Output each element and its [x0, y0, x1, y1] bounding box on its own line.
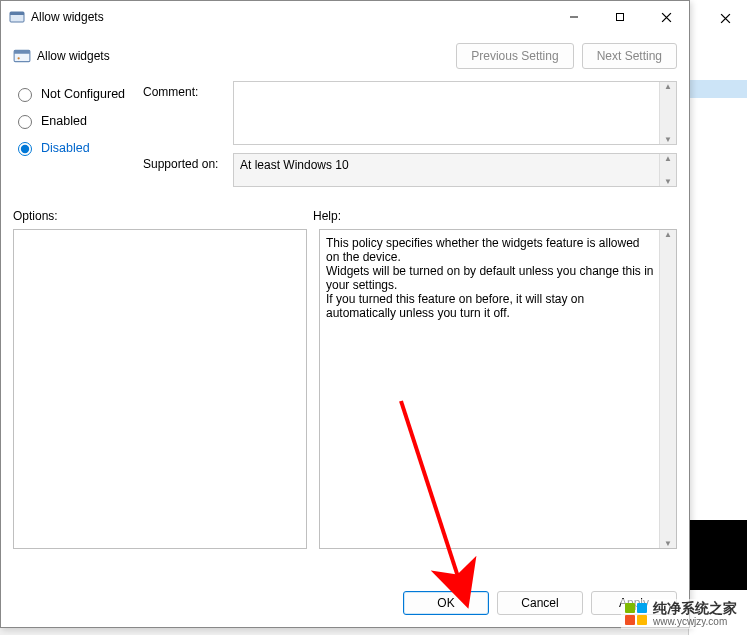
supported-value: At least Windows 10 [240, 158, 349, 172]
radio-not-configured-label: Not Configured [41, 87, 125, 101]
radio-not-configured[interactable]: Not Configured [13, 85, 143, 102]
app-icon [9, 9, 25, 25]
background-close-icon[interactable] [715, 8, 735, 28]
policy-dialog: Allow widgets Allow widgets Previous Set… [0, 0, 690, 628]
radio-disabled-label: Disabled [41, 141, 90, 155]
scroll-down-icon[interactable]: ▼ [664, 539, 672, 548]
svg-point-5 [18, 57, 20, 59]
radio-enabled-input[interactable] [18, 115, 32, 129]
help-text: This policy specifies whether the widget… [326, 236, 656, 320]
maximize-button[interactable] [597, 1, 643, 33]
svg-rect-1 [10, 12, 24, 15]
comment-label: Comment: [143, 81, 233, 145]
minimize-button[interactable] [551, 1, 597, 33]
previous-setting-button[interactable]: Previous Setting [456, 43, 573, 69]
next-setting-button[interactable]: Next Setting [582, 43, 677, 69]
background-selection-strip [690, 80, 747, 98]
scroll-up-icon[interactable]: ▲ [664, 154, 672, 163]
radio-enabled[interactable]: Enabled [13, 112, 143, 129]
watermark-text: 纯净系统之家 [653, 601, 737, 616]
state-radio-group: Not Configured Enabled Disabled [13, 85, 143, 156]
policy-icon [13, 47, 31, 65]
close-button[interactable] [643, 1, 689, 33]
ok-button[interactable]: OK [403, 591, 489, 615]
background-dark-region [690, 520, 747, 590]
subheader: Allow widgets Previous Setting Next Sett… [13, 41, 677, 71]
radio-disabled[interactable]: Disabled [13, 139, 143, 156]
help-scrollbar[interactable]: ▲ ▼ [659, 230, 676, 548]
titlebar: Allow widgets [1, 1, 689, 33]
window-title: Allow widgets [31, 10, 104, 24]
svg-rect-4 [14, 50, 30, 53]
supported-textbox: At least Windows 10 ▲ ▼ [233, 153, 677, 187]
scroll-up-icon[interactable]: ▲ [664, 230, 672, 239]
options-panel [13, 229, 307, 549]
subheader-title: Allow widgets [37, 49, 110, 63]
supported-label: Supported on: [143, 153, 233, 187]
supported-scrollbar[interactable]: ▲ ▼ [659, 154, 676, 186]
help-label: Help: [313, 209, 341, 223]
svg-rect-2 [617, 14, 624, 21]
watermark-logo-icon [625, 603, 647, 625]
scroll-up-icon[interactable]: ▲ [664, 82, 672, 91]
comment-textbox[interactable]: ▲ ▼ [233, 81, 677, 145]
radio-disabled-input[interactable] [18, 142, 32, 156]
scroll-down-icon[interactable]: ▼ [664, 135, 672, 144]
scroll-down-icon[interactable]: ▼ [664, 177, 672, 186]
watermark-url: www.ycwjzy.com [653, 616, 737, 627]
comment-scrollbar[interactable]: ▲ ▼ [659, 82, 676, 144]
dialog-footer: OK Cancel Apply [1, 581, 689, 627]
radio-enabled-label: Enabled [41, 114, 87, 128]
cancel-button[interactable]: Cancel [497, 591, 583, 615]
watermark: 纯净系统之家 www.ycwjzy.com [621, 599, 741, 629]
help-panel: This policy specifies whether the widget… [319, 229, 677, 549]
radio-not-configured-input[interactable] [18, 88, 32, 102]
options-label: Options: [13, 209, 313, 223]
